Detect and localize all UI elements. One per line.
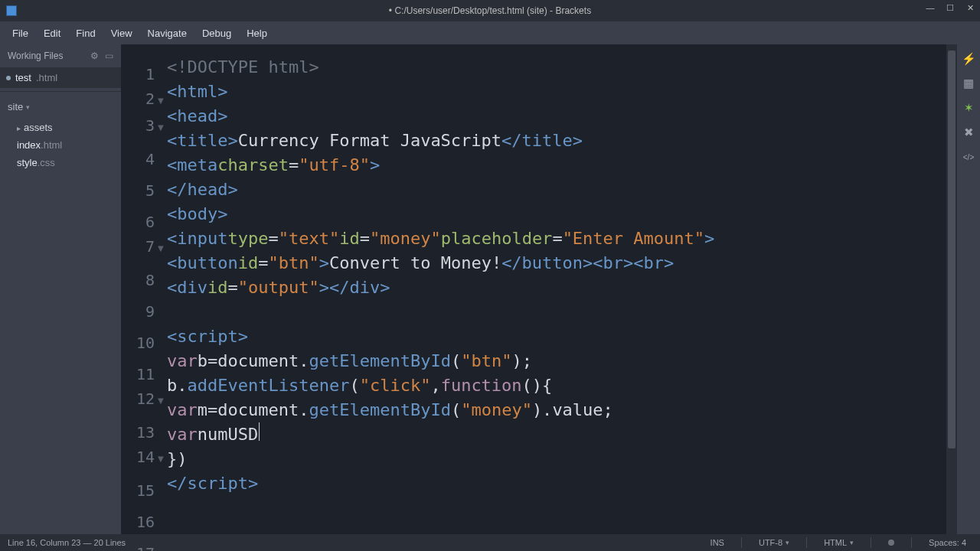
maximize-button[interactable]: ☐ <box>940 0 960 15</box>
tree-file[interactable]: style.css <box>0 154 121 171</box>
tree-file[interactable]: index.html <box>0 136 121 154</box>
code-line[interactable] <box>167 300 957 324</box>
window-title: • C:/Users/user/Desktop/test.html (site)… <box>389 5 591 16</box>
extensions-icon[interactable]: ▦ <box>962 77 975 90</box>
working-files-header: Working Files ⚙ ▭ <box>0 44 121 67</box>
dirty-indicator-icon <box>6 76 11 80</box>
code-line[interactable]: <head> <box>167 104 957 129</box>
code-line[interactable]: }) <box>167 447 957 471</box>
editor[interactable]: 12▼3▼4567▼89101112▼1314▼15161718 <!DOCTY… <box>121 44 957 534</box>
menu-view[interactable]: View <box>103 24 140 42</box>
live-preview-icon[interactable]: ⚡ <box>962 52 975 66</box>
menu-find[interactable]: Find <box>68 24 103 42</box>
code-line[interactable]: <html> <box>167 80 957 104</box>
working-file-item[interactable]: test.html <box>0 67 121 88</box>
status-indentation[interactable]: Spaces: 4 <box>923 538 972 547</box>
vertical-scrollbar[interactable] <box>946 44 957 534</box>
code-line[interactable]: var m = document.getElementById("money")… <box>167 398 957 422</box>
scrollbar-thumb[interactable] <box>948 51 956 448</box>
line-number-gutter: 12▼3▼4567▼89101112▼1314▼15161718 <box>121 44 167 534</box>
menu-debug[interactable]: Debug <box>194 24 239 42</box>
status-cursor-position[interactable]: Line 16, Column 23 — 20 Lines <box>8 538 126 547</box>
sidebar: Working Files ⚙ ▭ test.html site ▾ asset… <box>0 44 121 534</box>
status-encoding[interactable]: UTF-8 ▾ <box>753 538 795 547</box>
working-files-label: Working Files <box>8 51 63 61</box>
menu-help[interactable]: Help <box>239 24 275 42</box>
tree-folder[interactable]: assets <box>0 119 121 136</box>
project-label: site <box>8 101 23 112</box>
gear-icon[interactable]: ⚙ <box>90 51 99 61</box>
right-toolbar: ⚡▦✶✖</> <box>957 44 980 534</box>
status-linting[interactable] <box>882 540 900 546</box>
code-line[interactable]: <body> <box>167 202 957 227</box>
code-line[interactable]: var numUSD <box>167 422 957 447</box>
window-controls: — ☐ ✕ <box>920 0 980 15</box>
code-line[interactable]: var b = document.getElementById("btn"); <box>167 349 957 373</box>
close-button[interactable]: ✕ <box>960 0 980 15</box>
code-line[interactable]: </head> <box>167 178 957 202</box>
status-insert-mode[interactable]: INS <box>704 538 730 547</box>
minimize-button[interactable]: — <box>920 0 940 15</box>
code-line[interactable]: <meta charset="utf-8"> <box>167 153 957 178</box>
sidebar-divider <box>0 91 121 92</box>
tools-icon[interactable]: ✖ <box>962 126 975 139</box>
app-icon <box>6 5 17 16</box>
menu-navigate[interactable]: Navigate <box>140 24 194 42</box>
code-line[interactable]: b.addEventListener("click",function(){ <box>167 373 957 398</box>
window-titlebar: • C:/Users/user/Desktop/test.html (site)… <box>0 0 980 21</box>
project-dropdown[interactable]: site ▾ <box>0 95 121 119</box>
code-icon[interactable]: </> <box>962 150 975 164</box>
code-line[interactable]: <script> <box>167 324 957 349</box>
split-view-icon[interactable]: ▭ <box>105 51 113 61</box>
code-line[interactable]: <div id="output"></div> <box>167 276 957 300</box>
menu-file[interactable]: File <box>5 24 36 42</box>
status-language-mode[interactable]: HTML ▾ <box>818 538 860 547</box>
code-line[interactable]: </script> <box>167 471 957 496</box>
plugin-icon[interactable]: ✶ <box>962 101 975 115</box>
code-line[interactable]: <title>Currency Format JavaScript</title… <box>167 129 957 153</box>
code-area[interactable]: <!DOCTYPE html><html><head><title>Curren… <box>167 44 957 534</box>
file-name: test <box>15 72 31 83</box>
chevron-down-icon: ▾ <box>26 103 30 111</box>
code-line[interactable]: <button id="btn">Convert to Money!</butt… <box>167 251 957 276</box>
menu-edit[interactable]: Edit <box>36 24 68 42</box>
menu-bar: FileEditFindViewNavigateDebugHelp <box>0 21 980 44</box>
file-ext: .html <box>36 72 57 83</box>
code-line[interactable]: <!DOCTYPE html> <box>167 55 957 80</box>
code-line[interactable]: <input type="text" id="money" placeholde… <box>167 227 957 251</box>
